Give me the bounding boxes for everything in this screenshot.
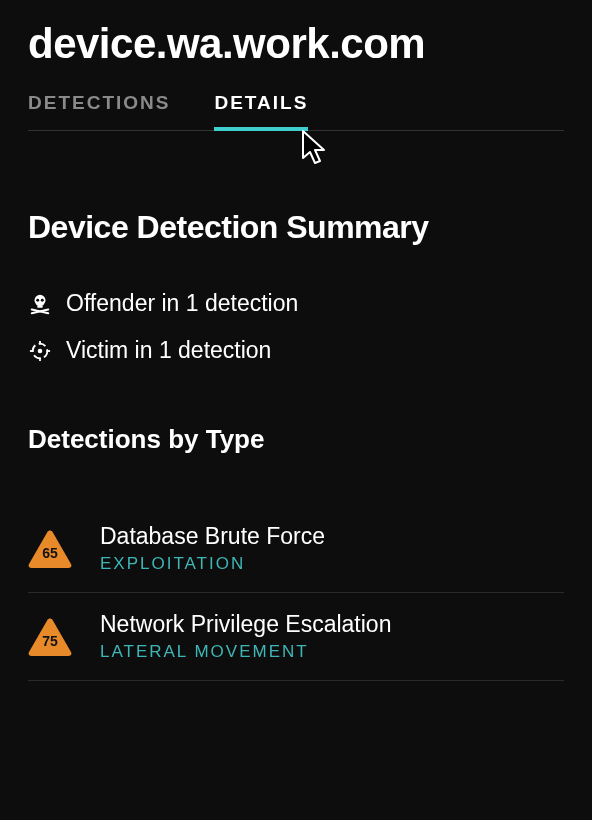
- svg-point-7: [38, 348, 43, 353]
- detection-category: EXPLOITATION: [100, 554, 325, 574]
- summary-heading: Device Detection Summary: [28, 209, 564, 246]
- victim-stat-label: Victim in 1 detection: [66, 337, 271, 364]
- detections-by-type-heading: Detections by Type: [28, 424, 564, 455]
- victim-stat-row: Victim in 1 detection: [28, 337, 564, 364]
- risk-score-value: 65: [28, 530, 72, 568]
- crosshair-icon: [28, 339, 52, 363]
- detection-name: Database Brute Force: [100, 523, 325, 550]
- risk-score-badge: 75: [28, 618, 72, 656]
- summary-stats: Offender in 1 detection Victim in 1 dete…: [28, 290, 564, 364]
- detection-row[interactable]: 65 Database Brute Force EXPLOITATION: [28, 505, 564, 593]
- svg-point-0: [35, 294, 46, 305]
- detection-category: LATERAL MOVEMENT: [100, 642, 391, 662]
- detection-row[interactable]: 75 Network Privilege Escalation LATERAL …: [28, 593, 564, 681]
- offender-stat-label: Offender in 1 detection: [66, 290, 298, 317]
- summary-section: Device Detection Summary Offender in 1 d…: [28, 209, 564, 364]
- skull-crossbones-icon: [28, 292, 52, 316]
- svg-point-1: [36, 298, 39, 301]
- detection-name: Network Privilege Escalation: [100, 611, 391, 638]
- risk-score-value: 75: [28, 618, 72, 656]
- risk-score-badge: 65: [28, 530, 72, 568]
- tab-details[interactable]: DETAILS: [214, 92, 308, 130]
- svg-point-2: [41, 298, 44, 301]
- detection-text: Network Privilege Escalation LATERAL MOV…: [100, 611, 391, 662]
- detections-by-type-section: Detections by Type 65 Database Brute For…: [28, 424, 564, 681]
- detection-list: 65 Database Brute Force EXPLOITATION 75 …: [28, 505, 564, 681]
- tab-bar: DETECTIONS DETAILS: [28, 92, 564, 131]
- page-title: device.wa.work.com: [28, 20, 564, 68]
- detection-text: Database Brute Force EXPLOITATION: [100, 523, 325, 574]
- svg-rect-3: [37, 304, 43, 307]
- offender-stat-row: Offender in 1 detection: [28, 290, 564, 317]
- tab-detections[interactable]: DETECTIONS: [28, 92, 170, 130]
